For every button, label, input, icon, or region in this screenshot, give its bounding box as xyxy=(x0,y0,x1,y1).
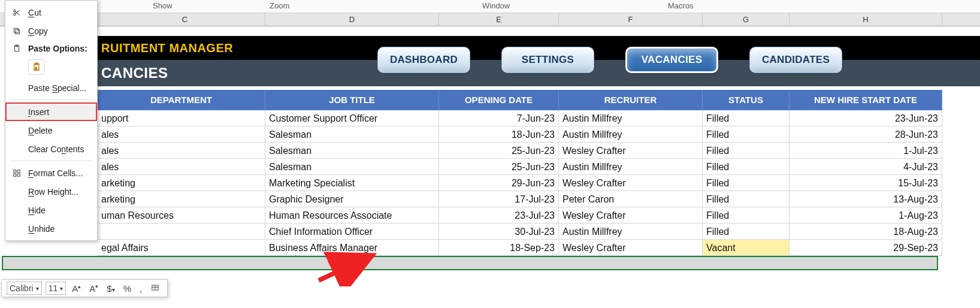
table-row[interactable]: alesSalesman25-Jun-23Austin MillfreyFill… xyxy=(98,159,980,175)
td-status[interactable]: Filled xyxy=(703,143,790,159)
td-start[interactable]: 28-Jun-23 xyxy=(790,126,942,143)
svg-rect-13 xyxy=(17,174,20,176)
td-status[interactable]: Filled xyxy=(703,159,790,175)
td-status[interactable]: Filled xyxy=(703,175,790,191)
paste-default-icon[interactable]: A xyxy=(28,59,45,75)
td-rec[interactable]: Austin Millfrey xyxy=(559,126,703,143)
td-status[interactable]: Filled xyxy=(703,110,790,126)
td-rec[interactable]: Wesley Crafter xyxy=(559,175,703,191)
td-rec[interactable]: Wesley Crafter xyxy=(559,207,703,224)
font-name-select[interactable]: Calibri▾ xyxy=(7,282,42,295)
col-d[interactable]: D xyxy=(265,13,439,26)
td-open[interactable]: 30-Jul-23 xyxy=(439,224,559,240)
td-dept[interactable]: arketing xyxy=(98,175,265,191)
currency-icon[interactable]: $▾ xyxy=(104,283,117,294)
increase-font-icon[interactable]: A▴ xyxy=(69,283,83,294)
chevron-down-icon: ▾ xyxy=(36,285,39,292)
col-f[interactable]: F xyxy=(559,13,703,26)
format-icon[interactable] xyxy=(148,283,162,294)
ctx-cut[interactable]: Cut xyxy=(5,3,97,22)
td-open[interactable]: 17-Jul-23 xyxy=(439,191,559,207)
ribbon-show: Show xyxy=(153,1,173,10)
td-job[interactable]: Salesman xyxy=(265,126,439,143)
td-status[interactable]: Filled xyxy=(703,126,790,143)
percent-icon[interactable]: % xyxy=(121,283,134,294)
td-start[interactable]: 29-Sep-23 xyxy=(790,240,942,256)
col-e[interactable]: E xyxy=(439,13,559,26)
td-status[interactable]: Filled xyxy=(703,224,790,240)
td-dept[interactable]: ales xyxy=(98,159,265,175)
clipboard-icon xyxy=(11,44,22,53)
td-dept[interactable]: egal Affairs xyxy=(98,240,265,256)
td-dept[interactable]: ales xyxy=(98,143,265,159)
font-size-select[interactable]: 11▾ xyxy=(46,282,66,295)
td-rec[interactable]: Peter Caron xyxy=(559,191,703,207)
td-status[interactable]: Filled xyxy=(703,207,790,224)
table-row[interactable]: arketingGraphic Designer17-Jul-23Peter C… xyxy=(98,191,980,207)
ctx-delete-label: Delete xyxy=(28,126,52,135)
td-job[interactable]: Graphic Designer xyxy=(265,191,439,207)
td-dept[interactable] xyxy=(98,224,265,240)
td-dept[interactable]: upport xyxy=(98,110,265,126)
td-start[interactable]: 23-Jun-23 xyxy=(790,110,942,126)
table-row[interactable]: uman ResourcesHuman Resources Associate2… xyxy=(98,207,980,224)
nav-settings[interactable]: SETTINGS xyxy=(501,47,594,73)
td-rec[interactable]: Wesley Crafter xyxy=(559,143,703,159)
table-row[interactable]: egal AffairsBusiness Affairs Manager18-S… xyxy=(98,240,980,256)
td-job[interactable]: Chief Information Officer xyxy=(265,224,439,240)
td-job[interactable]: Salesman xyxy=(265,159,439,175)
ctx-cut-label: Cut xyxy=(28,8,41,17)
ctx-row-height[interactable]: Row Height... xyxy=(5,182,97,201)
td-job[interactable]: Marketing Specialist xyxy=(265,175,439,191)
td-open[interactable]: 23-Jul-23 xyxy=(439,207,559,224)
td-start[interactable]: 18-Aug-23 xyxy=(790,224,942,240)
td-dept[interactable]: ales xyxy=(98,126,265,143)
td-start[interactable]: 15-Jul-23 xyxy=(790,175,942,191)
td-rec[interactable]: Wesley Crafter xyxy=(559,240,703,256)
ctx-delete[interactable]: Delete xyxy=(5,121,97,140)
td-job[interactable]: Human Resources Associate xyxy=(265,207,439,224)
table-row[interactable]: alesSalesman18-Jun-23Austin MillfreyFill… xyxy=(98,126,980,143)
mini-font-toolbar: Calibri▾ 11▾ A▴ A▾ $▾ % , xyxy=(1,279,168,297)
table-row[interactable]: upportCustomer Support Officer7-Jun-23Au… xyxy=(98,110,980,126)
ctx-paste-special[interactable]: Paste Special... xyxy=(5,78,97,97)
decrease-font-icon[interactable]: A▾ xyxy=(87,283,101,294)
td-open[interactable]: 18-Sep-23 xyxy=(439,240,559,256)
col-g[interactable]: G xyxy=(703,13,790,26)
table-row[interactable]: Chief Information Officer30-Jul-23Austin… xyxy=(98,224,980,240)
td-job[interactable]: Salesman xyxy=(265,143,439,159)
td-start[interactable]: 1-Aug-23 xyxy=(790,207,942,224)
nav-vacancies[interactable]: VACANCIES xyxy=(625,47,718,73)
ctx-format-cells[interactable]: Format Cells... xyxy=(5,164,97,182)
td-open[interactable]: 29-Jun-23 xyxy=(439,175,559,191)
table-row[interactable]: alesSalesman25-Jun-23Wesley CrafterFille… xyxy=(98,143,980,159)
ctx-copy[interactable]: Copy xyxy=(5,22,97,40)
ctx-unhide[interactable]: Unhide xyxy=(5,219,97,238)
ctx-insert[interactable]: Insert xyxy=(5,102,97,121)
ctx-hide[interactable]: Hide xyxy=(5,201,97,219)
comma-icon[interactable]: , xyxy=(137,283,144,294)
td-start[interactable]: 1-Jul-23 xyxy=(790,143,942,159)
td-start[interactable]: 13-Aug-23 xyxy=(790,191,942,207)
td-start[interactable]: 4-Jul-23 xyxy=(790,159,942,175)
td-dept[interactable]: arketing xyxy=(98,191,265,207)
td-open[interactable]: 18-Jun-23 xyxy=(439,126,559,143)
td-open[interactable]: 25-Jun-23 xyxy=(439,159,559,175)
td-rec[interactable]: Austin Millfrey xyxy=(559,224,703,240)
ctx-clear-contents[interactable]: Clear Contents xyxy=(5,140,97,158)
td-job[interactable]: Customer Support Officer xyxy=(265,110,439,126)
col-c[interactable]: C xyxy=(105,13,265,26)
td-dept[interactable]: uman Resources xyxy=(98,207,265,224)
nav-dashboard[interactable]: DASHBOARD xyxy=(377,47,470,73)
table-row[interactable]: arketingMarketing Specialist29-Jun-23Wes… xyxy=(98,175,980,191)
svg-rect-11 xyxy=(17,170,20,172)
td-status[interactable]: Filled xyxy=(703,191,790,207)
nav-candidates[interactable]: CANDIDATES xyxy=(749,47,842,73)
td-rec[interactable]: Austin Millfrey xyxy=(559,159,703,175)
td-status[interactable]: Vacant xyxy=(703,240,790,256)
td-rec[interactable]: Austin Millfrey xyxy=(559,110,703,126)
td-open[interactable]: 7-Jun-23 xyxy=(439,110,559,126)
copy-icon xyxy=(11,27,22,35)
col-h[interactable]: H xyxy=(790,13,942,26)
td-open[interactable]: 25-Jun-23 xyxy=(439,143,559,159)
